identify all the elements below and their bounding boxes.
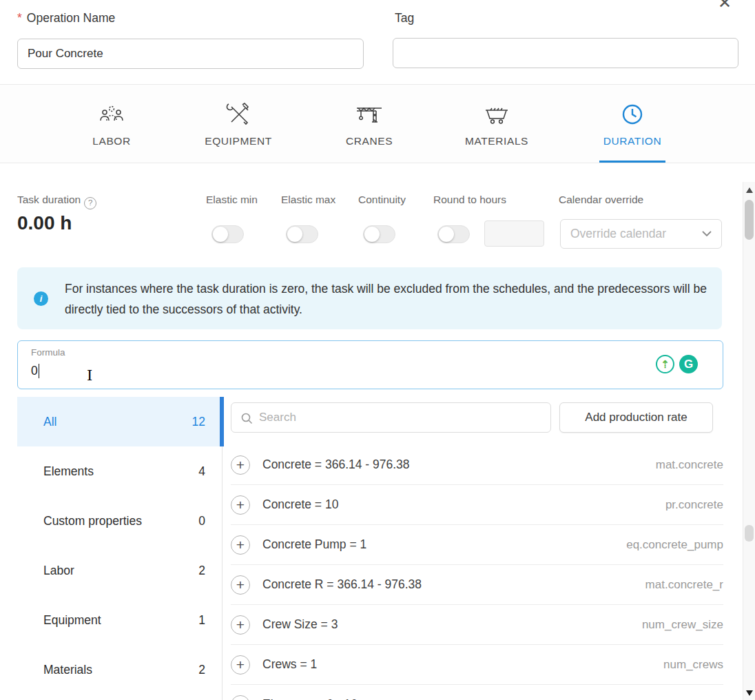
formula-label: Formula [31,347,65,358]
round-to-hours-toggle[interactable] [437,225,470,243]
rate-row[interactable]: + Crew Size = 3 num_crew_size [231,605,723,645]
ibeam-cursor-icon: I [87,367,92,384]
tab-labor[interactable]: LABOR [53,98,170,147]
required-asterisk: * [17,11,22,25]
equipment-icon [180,98,297,128]
rate-code: pr.concrete [665,498,723,512]
elastic-max-toggle[interactable] [286,225,318,243]
calendar-select-placeholder: Override calendar [570,227,666,241]
category-labor[interactable]: Labor 2 [17,546,222,595]
grammarly-suggestion-icon[interactable]: ⇡ [656,355,674,373]
tab-materials[interactable]: MATERIALS [438,98,555,147]
add-icon[interactable]: + [231,695,250,700]
elastic-min-label: Elastic min [206,194,258,206]
rate-row[interactable]: + Concrete = 366.14 - 976.38 mat.concret… [231,445,723,485]
category-sidebar: All 12 Elements 4 Custom properties 0 La… [17,397,222,700]
rate-code: mat.concrete_r [645,578,723,592]
text-caret [39,364,40,378]
elastic-min-toggle[interactable] [211,225,244,243]
labor-icon [53,98,170,128]
help-icon[interactable]: ? [84,197,96,209]
rate-row[interactable]: + Concrete R = 366.14 - 976.38 mat.concr… [231,565,723,605]
category-count: 2 [198,564,205,578]
materials-icon [438,98,555,128]
tab-equipment[interactable]: EQUIPMENT [180,98,297,147]
tab-cranes[interactable]: CRANES [311,98,428,147]
continuity-label: Continuity [358,194,406,206]
category-custom-properties[interactable]: Custom properties 0 [17,496,222,546]
rate-code: num_elements [646,698,723,700]
operation-name-label: *Operation Name [17,11,115,25]
operation-name-input[interactable] [17,39,364,69]
scroll-up-icon[interactable] [746,187,753,193]
category-all[interactable]: All 12 [17,397,222,446]
category-count: 4 [198,464,205,479]
search-box [231,402,551,433]
formula-value[interactable]: 0 [31,364,39,378]
rate-row[interactable]: + Crews = 1 num_crews [231,645,723,685]
add-icon[interactable]: + [231,455,250,475]
rate-row[interactable]: + Concrete = 10 pr.concrete [231,485,723,525]
scrollbar-thumb-secondary[interactable] [745,525,754,542]
scrollbar-thumb[interactable] [745,200,754,240]
rate-code: num_crew_size [642,618,723,632]
calendar-override-label: Calendar override [559,194,643,206]
calendar-override-select[interactable]: Override calendar [560,219,722,249]
info-banner-text: For instances where the task duration is… [65,278,708,320]
category-equipment[interactable]: Equipment 1 [17,595,222,645]
tab-bottom-divider [0,163,755,163]
add-icon[interactable]: + [231,495,250,515]
production-rate-list: + Concrete = 366.14 - 976.38 mat.concret… [231,445,723,700]
chevron-down-icon [702,231,712,237]
round-to-hours-value-input[interactable] [484,220,544,247]
rate-row[interactable]: + Concrete Pump = 1 eq.concrete_pump [231,525,723,565]
tag-label: Tag [395,11,414,25]
task-duration-value: 0.00 h [17,212,72,234]
info-icon: i [34,291,48,306]
tab-duration[interactable]: DURATION [574,98,691,147]
category-count: 2 [198,663,205,677]
tag-input[interactable] [393,38,738,68]
close-icon[interactable]: ✕ [718,0,732,12]
cranes-icon [311,98,428,128]
duration-clock-icon [574,98,691,128]
continuity-toggle[interactable] [363,225,395,243]
task-duration-label: Task duration? [17,194,96,209]
category-count: 12 [192,415,205,429]
zero-duration-info-banner: i For instances where the task duration … [17,267,722,329]
rate-row[interactable]: + Elements = 6 - 16 num_elements [231,685,723,700]
rate-code: eq.concrete_pump [626,538,723,552]
round-to-hours-label: Round to hours [433,194,506,206]
grammarly-icon[interactable]: G [679,355,698,373]
category-elements[interactable]: Elements 4 [17,446,222,496]
search-input[interactable] [259,403,545,432]
add-icon[interactable]: + [231,615,250,635]
add-icon[interactable]: + [231,575,250,595]
elastic-max-label: Elastic max [281,194,335,206]
add-icon[interactable]: + [231,535,250,555]
vertical-scrollbar[interactable] [743,182,755,700]
search-icon [240,412,253,424]
add-icon[interactable]: + [231,655,250,675]
add-production-rate-button[interactable]: Add production rate [559,402,713,433]
category-count: 0 [198,514,205,528]
category-materials[interactable]: Materials 2 [17,645,222,694]
scroll-down-icon[interactable] [746,690,753,696]
rate-code: mat.concrete [656,458,723,472]
operation-dialog: ✕ *Operation Name Tag LABOR EQUIPMENT [0,0,755,700]
rate-code: num_crews [663,658,723,672]
formula-field[interactable]: Formula 0 I ⇡ G [17,340,723,389]
category-count: 1 [198,613,205,628]
